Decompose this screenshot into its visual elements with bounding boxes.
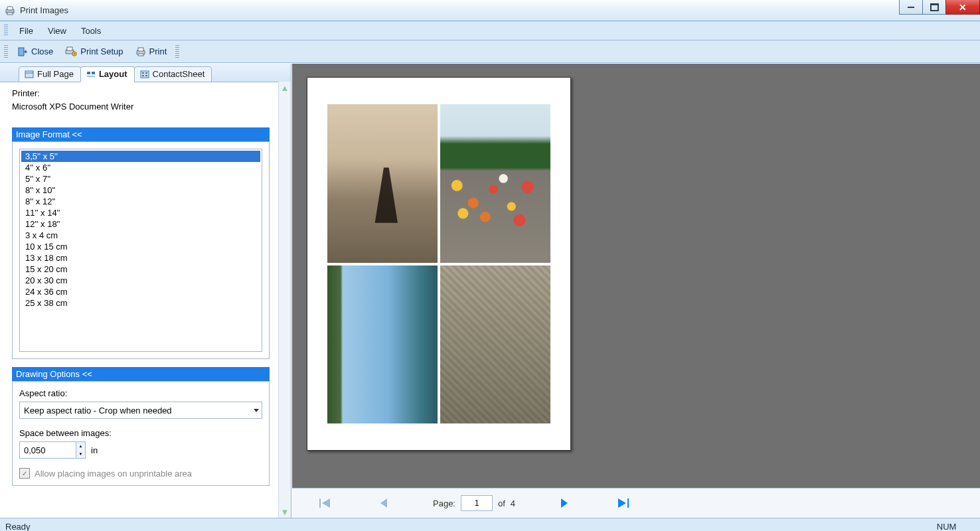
close-button[interactable]: Close bbox=[12, 44, 58, 59]
svg-rect-26 bbox=[627, 498, 629, 508]
unprintable-checkbox[interactable]: ✓ bbox=[19, 468, 30, 479]
spinner-down[interactable]: ▼ bbox=[76, 450, 85, 458]
prev-page-button[interactable] bbox=[374, 494, 393, 512]
preview-page bbox=[307, 77, 571, 451]
print-label: Print bbox=[149, 46, 167, 56]
image-format-option[interactable]: 3 x 4 cm bbox=[21, 230, 260, 241]
image-format-option[interactable]: 8'' x 12'' bbox=[21, 196, 260, 207]
aspect-ratio-label: Aspect ratio: bbox=[19, 388, 262, 398]
image-format-option[interactable]: 8'' x 10'' bbox=[21, 185, 260, 196]
image-format-option[interactable]: 20 x 30 cm bbox=[21, 275, 260, 286]
menu-tools[interactable]: Tools bbox=[74, 23, 108, 38]
page-total: 4 bbox=[511, 498, 515, 508]
printer-label: Printer: bbox=[12, 88, 270, 98]
maximize-button[interactable] bbox=[922, 0, 946, 15]
menubar-grip bbox=[4, 25, 8, 37]
left-panel: Full Page Layout ContactSheet Printer: M… bbox=[0, 64, 291, 518]
titlebar: Print Images ✕ bbox=[0, 0, 980, 21]
image-format-listbox[interactable]: 3,5'' x 5''4'' x 6''5'' x 7''8'' x 10''8… bbox=[19, 149, 262, 352]
status-scrl bbox=[972, 522, 975, 532]
aspect-ratio-combo[interactable]: Keep aspect ratio - Crop when needed bbox=[19, 402, 262, 419]
space-spinner[interactable]: ▲ ▼ bbox=[19, 441, 86, 459]
image-format-option[interactable]: 3,5'' x 5'' bbox=[21, 151, 260, 162]
tab-full-page[interactable]: Full Page bbox=[19, 66, 81, 82]
image-format-option[interactable]: 11'' x 14'' bbox=[21, 207, 260, 218]
tab-contactsheet-label: ContactSheet bbox=[153, 69, 205, 79]
svg-rect-17 bbox=[142, 72, 144, 74]
unprintable-checkbox-row[interactable]: ✓ Allow placing images on unprintable ar… bbox=[19, 468, 262, 479]
first-page-button[interactable] bbox=[316, 494, 335, 512]
preview-image-3 bbox=[327, 266, 438, 424]
menu-view[interactable]: View bbox=[41, 23, 74, 38]
print-button[interactable]: Print bbox=[130, 44, 173, 59]
svg-marker-24 bbox=[561, 498, 568, 508]
drawing-options-fieldset: Aspect ratio: Keep aspect ratio - Crop w… bbox=[12, 381, 270, 486]
svg-rect-20 bbox=[145, 75, 147, 76]
status-text: Ready bbox=[5, 522, 31, 532]
window-title: Print Images bbox=[20, 5, 68, 15]
svg-rect-2 bbox=[7, 13, 13, 15]
status-num: NUM bbox=[937, 522, 957, 532]
drawing-options-header[interactable]: Drawing Options << bbox=[12, 367, 270, 381]
panel-body: Printer: Microsoft XPS Document Writer I… bbox=[0, 82, 279, 518]
image-format-fieldset: 3,5'' x 5''4'' x 6''5'' x 7''8'' x 10''8… bbox=[12, 141, 270, 359]
close-window-button[interactable]: ✕ bbox=[945, 0, 980, 15]
tab-layout-label: Layout bbox=[99, 69, 127, 79]
close-icon bbox=[17, 46, 28, 57]
window-buttons: ✕ bbox=[900, 0, 980, 14]
image-format-header[interactable]: Image Format << bbox=[12, 127, 270, 141]
svg-marker-23 bbox=[380, 498, 387, 508]
svg-rect-3 bbox=[19, 48, 24, 56]
image-format-option[interactable]: 25 x 38 cm bbox=[21, 297, 260, 309]
image-format-option[interactable]: 15 x 20 cm bbox=[21, 264, 260, 275]
space-input[interactable] bbox=[20, 442, 76, 458]
print-setup-button[interactable]: Print Setup bbox=[60, 44, 128, 59]
tab-layout[interactable]: Layout bbox=[80, 66, 135, 82]
main-area: Full Page Layout ContactSheet Printer: M… bbox=[0, 63, 980, 518]
statusbar: Ready NUM bbox=[0, 518, 980, 531]
page-of-label: of bbox=[498, 498, 505, 508]
svg-rect-11 bbox=[25, 71, 33, 78]
page-label-text: Page: bbox=[433, 498, 455, 508]
print-icon bbox=[135, 46, 146, 57]
svg-rect-1 bbox=[7, 7, 13, 10]
svg-rect-16 bbox=[141, 71, 149, 78]
tab-strip: Full Page Layout ContactSheet bbox=[0, 64, 291, 82]
image-format-option[interactable]: 12'' x 18'' bbox=[21, 218, 260, 230]
toolbar-overflow[interactable] bbox=[175, 45, 179, 58]
close-label: Close bbox=[31, 46, 53, 56]
print-setup-icon bbox=[65, 46, 77, 57]
layout-icon bbox=[86, 70, 96, 79]
image-format-option[interactable]: 24 x 36 cm bbox=[21, 286, 260, 297]
next-page-button[interactable] bbox=[555, 494, 574, 512]
unprintable-label: Allow placing images on unprintable area bbox=[35, 469, 192, 479]
toolbar: Close Print Setup Print bbox=[0, 40, 980, 63]
image-format-option[interactable]: 13 x 18 cm bbox=[21, 252, 260, 264]
preview-viewport[interactable] bbox=[292, 64, 980, 488]
svg-rect-14 bbox=[92, 72, 95, 74]
scroll-up-icon[interactable]: ▲ bbox=[279, 82, 291, 94]
printer-name: Microsoft XPS Document Writer bbox=[12, 102, 270, 112]
svg-rect-19 bbox=[142, 75, 144, 76]
svg-point-7 bbox=[74, 53, 75, 54]
toolbar-grip bbox=[4, 45, 8, 58]
left-panel-scrollbar[interactable]: ▲ ▼ bbox=[278, 82, 291, 518]
status-caps bbox=[918, 522, 921, 532]
image-format-option[interactable]: 10 x 15 cm bbox=[21, 241, 260, 252]
last-page-button[interactable] bbox=[613, 494, 632, 512]
image-format-option[interactable]: 5'' x 7'' bbox=[21, 173, 260, 185]
scroll-down-icon[interactable]: ▼ bbox=[279, 506, 291, 518]
page-indicator: Page: of 4 bbox=[433, 495, 515, 511]
space-label: Space between images: bbox=[19, 428, 262, 438]
svg-rect-15 bbox=[87, 76, 95, 77]
image-format-option[interactable]: 4'' x 6'' bbox=[21, 162, 260, 173]
menu-file[interactable]: File bbox=[12, 23, 41, 38]
page-input[interactable] bbox=[461, 495, 493, 511]
svg-rect-10 bbox=[138, 54, 143, 56]
svg-rect-9 bbox=[138, 48, 143, 51]
minimize-button[interactable] bbox=[899, 0, 923, 15]
tab-contactsheet[interactable]: ContactSheet bbox=[134, 66, 212, 82]
preview-image-2 bbox=[440, 104, 550, 263]
spinner-up[interactable]: ▲ bbox=[76, 442, 85, 450]
svg-rect-18 bbox=[145, 72, 147, 74]
